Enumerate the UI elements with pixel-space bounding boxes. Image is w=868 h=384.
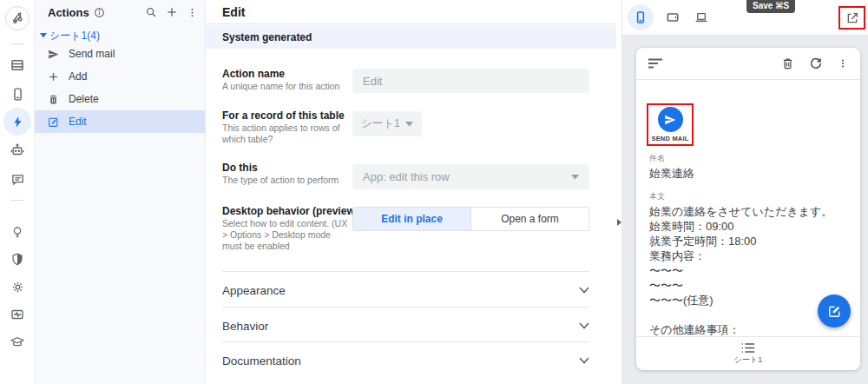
save-tooltip: Save ⌘S bbox=[746, 0, 795, 13]
compose-icon bbox=[827, 304, 842, 319]
tablet-icon bbox=[665, 10, 681, 24]
info-icon[interactable] bbox=[94, 7, 105, 18]
panel-splitter[interactable] bbox=[616, 0, 622, 384]
actions-panel: Actions シート1(4) bbox=[35, 0, 205, 384]
actions-panel-title: Actions bbox=[48, 6, 89, 19]
list-view-icon bbox=[741, 342, 755, 354]
device-tablet-button[interactable] bbox=[660, 4, 686, 30]
action-name-desc: A unique name for this action bbox=[222, 81, 352, 92]
manage-icon[interactable] bbox=[7, 304, 28, 325]
desktop-behavior-segmented-control: Edit in place Open a form bbox=[352, 207, 589, 231]
section-divider bbox=[222, 307, 589, 308]
section-label: Behavior bbox=[222, 320, 268, 333]
appsheet-editor-screen: Actions シート1(4) bbox=[0, 0, 868, 384]
data-icon[interactable] bbox=[7, 55, 28, 76]
caret-down-icon bbox=[405, 122, 413, 127]
desktop-behavior-label: Desktop behavior (preview) bbox=[222, 205, 361, 217]
chevron-down-icon bbox=[579, 287, 589, 294]
learn-icon[interactable] bbox=[7, 332, 28, 353]
action-item-label: Send mail bbox=[69, 48, 115, 60]
device-mobile-button[interactable] bbox=[628, 4, 654, 30]
smartphone-icon bbox=[634, 10, 648, 24]
tree-caret-down-icon bbox=[40, 33, 47, 38]
settings-icon[interactable] bbox=[7, 276, 28, 297]
collapse-handle[interactable] bbox=[616, 216, 622, 228]
phone-preview: SEND MAIL 件名 始業連絡 本文 始業の連絡をさせていただきます。 始業… bbox=[636, 48, 860, 370]
record-table-desc: This action applies to rows of which tab… bbox=[222, 122, 352, 145]
chevron-down-icon bbox=[579, 357, 589, 364]
action-item-label: Add bbox=[69, 70, 87, 83]
section-divider bbox=[222, 271, 589, 272]
editor-title: Edit bbox=[222, 5, 245, 19]
edit-square-icon bbox=[48, 116, 59, 128]
action-item-delete[interactable]: Delete bbox=[35, 88, 205, 110]
caret-down-icon bbox=[571, 175, 579, 180]
action-item-edit[interactable]: Edit bbox=[35, 110, 205, 133]
do-this-value: App: edit this row bbox=[363, 170, 450, 183]
record-table-label: For a record of this table bbox=[222, 109, 352, 122]
do-this-dropdown[interactable]: App: edit this row bbox=[352, 164, 589, 189]
search-icon[interactable] bbox=[145, 6, 157, 18]
chat-icon[interactable] bbox=[7, 169, 28, 189]
do-this-desc: The type of action to perform bbox=[222, 175, 352, 186]
automation-icon[interactable] bbox=[7, 140, 28, 161]
edit-in-place-option[interactable]: Edit in place bbox=[353, 208, 470, 230]
system-generated-label: System generated bbox=[222, 31, 312, 43]
send-mail-action-button[interactable] bbox=[658, 107, 683, 132]
action-item-send-mail[interactable]: Send mail bbox=[35, 43, 205, 65]
send-icon bbox=[664, 114, 676, 126]
refresh-icon[interactable] bbox=[809, 56, 823, 70]
desktop-behavior-desc: Select how to edit content. (UX > Option… bbox=[222, 218, 352, 252]
phone-app-bar bbox=[636, 48, 860, 80]
security-icon[interactable] bbox=[7, 248, 28, 269]
preview-pane: Save ⌘S bbox=[622, 0, 868, 384]
intelligence-icon[interactable] bbox=[7, 222, 28, 242]
section-label: Documentation bbox=[222, 354, 301, 367]
section-behavior[interactable]: Behavior bbox=[222, 314, 589, 337]
record-table-dropdown[interactable]: シート1 bbox=[352, 111, 422, 136]
open-a-form-option[interactable]: Open a form bbox=[470, 208, 589, 230]
sort-icon[interactable] bbox=[648, 58, 663, 69]
left-icon-rail bbox=[0, 0, 35, 384]
action-item-add[interactable]: Add bbox=[35, 65, 205, 88]
arrow-right-icon bbox=[617, 219, 621, 226]
edit-fab-button[interactable] bbox=[818, 295, 851, 328]
plus-icon bbox=[48, 71, 59, 83]
chevron-down-icon bbox=[579, 322, 589, 329]
send-mail-action-label: SEND MAIL bbox=[651, 135, 688, 142]
delete-row-icon[interactable] bbox=[781, 56, 794, 70]
system-generated-bar: System generated bbox=[206, 25, 616, 49]
section-divider bbox=[222, 341, 589, 342]
trash-icon bbox=[48, 94, 59, 105]
sheet-tree-toggle[interactable]: シート1(4) bbox=[35, 28, 205, 43]
body-field-label: 本文 bbox=[649, 191, 845, 202]
preview-toolbar: Save ⌘S bbox=[622, 0, 868, 36]
bottom-nav-sheet1[interactable]: シート1 bbox=[636, 336, 860, 370]
action-name-input[interactable]: Edit bbox=[352, 69, 589, 93]
laptop-icon bbox=[694, 10, 709, 24]
section-documentation[interactable]: Documentation bbox=[222, 349, 589, 372]
rail-divider bbox=[10, 43, 24, 44]
action-editor-panel: Edit System generated Action name A uniq… bbox=[205, 0, 616, 384]
subject-field-value: 始業連絡 bbox=[649, 166, 845, 182]
section-appearance[interactable]: Appearance bbox=[222, 279, 589, 301]
action-item-label: Edit bbox=[69, 116, 87, 128]
actions-icon[interactable] bbox=[7, 111, 28, 132]
action-name-label: Action name bbox=[222, 68, 352, 80]
device-desktop-button[interactable] bbox=[688, 4, 714, 30]
views-icon[interactable] bbox=[7, 83, 28, 104]
more-menu-icon[interactable] bbox=[187, 7, 198, 18]
send-icon bbox=[48, 49, 59, 60]
record-detail-view: 件名 始業連絡 本文 始業の連絡をさせていただきます。 始業時間：09:00 就… bbox=[649, 153, 845, 337]
section-label: Appearance bbox=[222, 284, 286, 297]
open-in-new-annotation[interactable] bbox=[838, 6, 865, 30]
appsheet-logo-icon[interactable] bbox=[5, 6, 30, 30]
actions-panel-header: Actions bbox=[35, 0, 205, 24]
open-in-new-icon bbox=[845, 11, 859, 25]
rail-divider bbox=[10, 200, 24, 201]
action-name-value: Edit bbox=[363, 75, 382, 88]
add-action-icon[interactable] bbox=[166, 6, 178, 18]
overflow-menu-icon[interactable] bbox=[838, 57, 848, 70]
do-this-label: Do this bbox=[222, 162, 352, 174]
send-mail-action-annotation[interactable]: SEND MAIL bbox=[647, 103, 694, 146]
